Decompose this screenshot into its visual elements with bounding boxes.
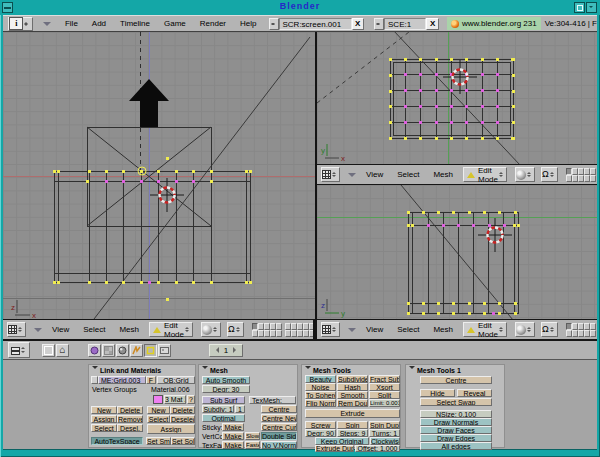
edit-buttons-icon[interactable] bbox=[144, 344, 157, 357]
material-new-button[interactable]: New bbox=[147, 406, 170, 414]
scene-selector[interactable]: SCE:1 bbox=[384, 18, 426, 30]
header-collapse-icon[interactable] bbox=[43, 22, 51, 30]
clockwise-toggle[interactable]: Clockwise bbox=[370, 437, 400, 445]
scene-close-button[interactable]: X bbox=[426, 18, 439, 30]
sticky-make-button[interactable]: Make bbox=[222, 423, 244, 431]
steps-spinner[interactable]: Steps: 9 bbox=[337, 429, 368, 437]
fake-user-button[interactable]: F bbox=[146, 376, 156, 384]
material-delete-button[interactable]: Delete bbox=[170, 406, 195, 414]
mode-dropdown[interactable]: Edit Mode bbox=[149, 322, 193, 337]
header-collapse-icon[interactable] bbox=[34, 328, 42, 336]
material-index-spinner[interactable]: 3 Mat 2 bbox=[164, 395, 186, 404]
split-button[interactable]: Split bbox=[369, 391, 400, 399]
panel-header[interactable]: Mesh Tools 1 bbox=[409, 366, 461, 374]
material-buttons-icon[interactable] bbox=[116, 344, 129, 357]
mode-dropdown[interactable]: Edit Mode bbox=[463, 167, 507, 182]
vgroup-delete-button[interactable]: Delete bbox=[117, 406, 143, 414]
subdivide-button[interactable]: Subdivide bbox=[337, 375, 368, 383]
texmesh-field[interactable]: TexMesh: bbox=[249, 396, 296, 404]
draw-type-button[interactable] bbox=[515, 322, 535, 337]
set-smooth-button[interactable]: Set Smooth bbox=[146, 437, 171, 445]
degr-spinner[interactable]: Degr: 30 bbox=[202, 385, 250, 393]
vgroup-select-button[interactable]: Select bbox=[91, 424, 117, 432]
centre-button[interactable]: Centre bbox=[261, 405, 297, 413]
material-color-swatch[interactable] bbox=[153, 395, 163, 404]
vgroup-deselect-button[interactable]: Desel. bbox=[117, 424, 143, 432]
mesh-datablock-field[interactable]: ME:Grid.003 bbox=[98, 376, 146, 384]
reveal-button[interactable]: Reveal bbox=[457, 389, 492, 397]
screen-close-button[interactable]: X bbox=[352, 18, 365, 30]
flip-norm-button[interactable]: Flip Norm bbox=[305, 399, 336, 407]
hide-button[interactable]: Hide bbox=[420, 389, 455, 397]
mode-dropdown[interactable]: Edit Mode bbox=[463, 322, 507, 337]
nsize-spinner[interactable]: NSize: 0.100 bbox=[420, 410, 492, 418]
menu-timeline[interactable]: Timeline bbox=[120, 19, 150, 28]
screen-browse-button[interactable] bbox=[269, 18, 279, 30]
centre-cursor-button[interactable]: Centre Cursor bbox=[261, 423, 297, 431]
panel-header[interactable]: Mesh Tools bbox=[305, 366, 351, 374]
keep-original-toggle[interactable]: Keep Original bbox=[315, 437, 369, 445]
offset-spinner[interactable]: Offset: 1.000 bbox=[355, 445, 400, 452]
menu-render[interactable]: Render bbox=[200, 19, 226, 28]
layer-buttons[interactable] bbox=[252, 323, 315, 337]
faster-draw-button[interactable]: FasterDraw bbox=[245, 441, 260, 449]
fract-sub-button[interactable]: Fract Sub bbox=[369, 375, 400, 383]
screw-button[interactable]: Screw bbox=[305, 421, 336, 429]
vgroup-remove-button[interactable]: Remove bbox=[117, 415, 143, 423]
panel-header[interactable]: Link and Materials bbox=[92, 366, 161, 374]
frame-number-field[interactable]: 1 bbox=[209, 344, 243, 357]
header-collapse-icon[interactable] bbox=[348, 328, 356, 336]
menu-mesh[interactable]: Mesh bbox=[433, 325, 453, 334]
editor-type-button[interactable] bbox=[7, 322, 26, 337]
noise-button[interactable]: Noise bbox=[305, 383, 336, 391]
lamp-buttons-icon[interactable] bbox=[88, 344, 101, 357]
to-sphere-button[interactable]: To Sphere bbox=[305, 391, 336, 399]
layer-buttons[interactable] bbox=[566, 323, 597, 337]
proportional-edit-button[interactable]: Ω bbox=[541, 167, 558, 182]
scene-browse-button[interactable] bbox=[374, 18, 384, 30]
viewport-side[interactable]: z y bbox=[315, 185, 597, 319]
proportional-edit-button[interactable]: Ω bbox=[227, 322, 244, 337]
menu-help[interactable]: Help bbox=[240, 19, 256, 28]
home-button[interactable]: ⌂ bbox=[56, 344, 69, 357]
texture-buttons-icon[interactable] bbox=[102, 344, 115, 357]
menu-view[interactable]: View bbox=[366, 170, 383, 179]
proportional-edit-button[interactable]: Ω bbox=[541, 322, 558, 337]
extrude-dup-button[interactable]: Extrude Dup bbox=[315, 445, 354, 452]
beauty-toggle[interactable]: Beauty bbox=[305, 375, 336, 383]
material-deselect-button[interactable]: Deselect bbox=[170, 415, 195, 423]
layer-buttons[interactable] bbox=[566, 168, 597, 182]
autotexspace-toggle[interactable]: AutoTexSpace bbox=[91, 437, 143, 445]
menu-select[interactable]: Select bbox=[83, 325, 105, 334]
limit-spinner[interactable]: Limit: 0.001 bbox=[369, 399, 400, 407]
header-collapse-icon[interactable] bbox=[348, 173, 356, 181]
draw-type-button[interactable] bbox=[201, 322, 221, 337]
subdiv-render-spinner[interactable]: 1 bbox=[235, 405, 245, 413]
centre-new-button[interactable]: Centre New bbox=[261, 414, 297, 422]
paint-buttons-icon[interactable] bbox=[158, 344, 171, 357]
hash-button[interactable]: Hash bbox=[337, 383, 368, 391]
editor-type-button[interactable] bbox=[321, 322, 340, 337]
menu-view[interactable]: View bbox=[366, 325, 383, 334]
smooth-button[interactable]: Smooth bbox=[337, 391, 368, 399]
object-name-field[interactable]: OB:Grid bbox=[157, 376, 195, 384]
draw-type-button[interactable] bbox=[515, 167, 535, 182]
slower-draw-button[interactable]: SlowerDraw bbox=[245, 432, 260, 440]
menu-mesh[interactable]: Mesh bbox=[433, 170, 453, 179]
viewport-front[interactable]: z x bbox=[3, 32, 317, 319]
title-bar[interactable]: Blender bbox=[0, 0, 600, 15]
optimal-toggle[interactable]: Optimal bbox=[202, 414, 245, 422]
vgroup-assign-button[interactable]: Assign bbox=[91, 415, 117, 423]
window-depth-gadget[interactable] bbox=[586, 2, 597, 13]
panel-header[interactable]: Mesh bbox=[202, 366, 228, 374]
no-vnormal-flip-toggle[interactable]: No V.Normal Flip bbox=[261, 441, 297, 449]
vertcol-make-button[interactable]: Make bbox=[222, 432, 244, 440]
editor-type-button[interactable] bbox=[321, 167, 340, 182]
spin-dup-button[interactable]: Spin Dup bbox=[369, 421, 400, 429]
subdiv-spinner[interactable]: Subdiv: 1 bbox=[202, 405, 234, 413]
auto-smooth-toggle[interactable]: Auto Smooth bbox=[202, 376, 250, 384]
draw-normals-toggle[interactable]: Draw Normals bbox=[420, 418, 492, 426]
menu-file[interactable]: File bbox=[65, 19, 78, 28]
xsort-button[interactable]: Xsort bbox=[369, 383, 400, 391]
all-edges-toggle[interactable]: All edges bbox=[420, 442, 492, 450]
